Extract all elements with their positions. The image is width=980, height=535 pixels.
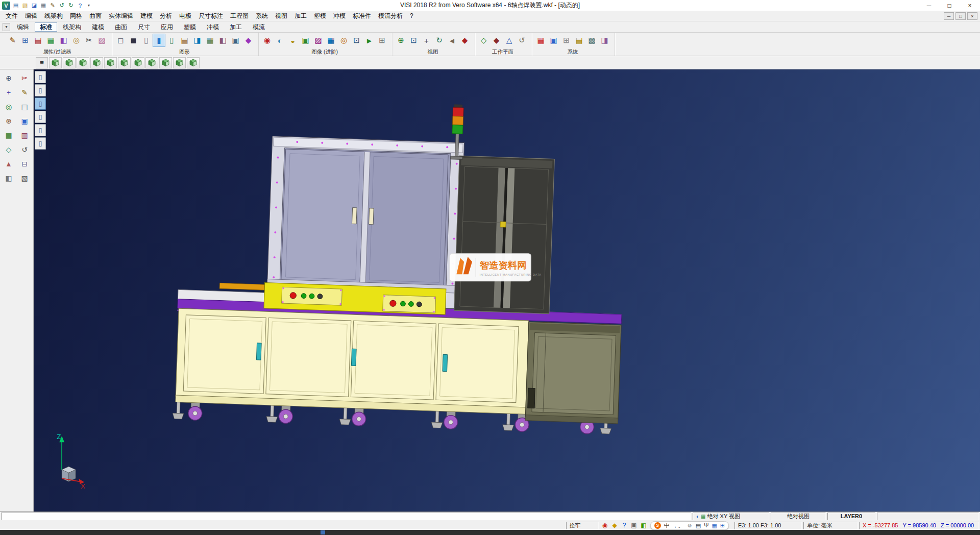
display-list-5-icon[interactable]: ▯ — [35, 124, 46, 136]
filter-color-icon[interactable]: ▤ — [32, 34, 44, 47]
hidden-line-icon[interactable]: ▯ — [140, 34, 153, 47]
environment-icon[interactable]: ◎ — [337, 34, 350, 47]
open-file-icon[interactable]: ▧ — [20, 1, 30, 10]
display-settings-icon[interactable]: ▣ — [547, 34, 560, 47]
undo-tool-icon[interactable]: ↺ — [18, 143, 31, 156]
active-layer-pane[interactable]: LAYER0 — [827, 513, 875, 520]
outline-icon[interactable]: ▣ — [229, 34, 242, 47]
display-list-4-icon[interactable]: ▯ — [35, 111, 46, 123]
material-icon[interactable]: ◆ — [242, 34, 255, 47]
pan-icon[interactable]: + — [420, 34, 433, 47]
minimize-button[interactable]: ─ — [919, 0, 939, 11]
half-tool-icon[interactable]: ◧ — [2, 172, 15, 184]
viewport-canvas[interactable]: ▯▯▯▯▯▯ — [34, 69, 980, 512]
view-iso-back-icon[interactable] — [145, 57, 158, 68]
tab-die[interactable]: 冲模 — [202, 22, 224, 32]
display-list-1-icon[interactable]: ▯ — [35, 71, 46, 83]
print-icon[interactable]: ▦ — [39, 1, 48, 10]
menu-item[interactable]: 视图 — [272, 11, 291, 21]
gear-icon[interactable]: ⊛ — [2, 115, 15, 127]
document-minimize-button[interactable]: ─ — [944, 12, 954, 20]
render-icon[interactable]: ◉ — [261, 34, 274, 47]
view-left-icon[interactable] — [90, 57, 103, 68]
layers-icon[interactable]: ▤ — [18, 101, 31, 113]
view-bottom-icon[interactable] — [118, 57, 131, 68]
menu-item[interactable]: 网格 — [66, 11, 86, 21]
view-dimetric-icon[interactable] — [159, 57, 172, 68]
tab-application[interactable]: 应用 — [156, 22, 178, 32]
color-table-icon[interactable]: ▦ — [534, 34, 547, 47]
view-indicator-pane[interactable]: ◐▦ 绝对 XY 视图 — [693, 513, 769, 520]
tab-surface[interactable]: 曲面 — [110, 22, 132, 32]
rotate-view-icon[interactable]: ↻ — [433, 34, 446, 47]
menu-item[interactable]: 冲模 — [330, 11, 349, 21]
new-file-icon[interactable]: ▤ — [11, 1, 20, 10]
ime-skin-icon[interactable]: ⊞ — [720, 522, 725, 529]
undo-icon[interactable]: ↺ — [57, 1, 66, 10]
view-back-icon[interactable] — [104, 57, 117, 68]
section-icon[interactable]: ▤ — [178, 34, 191, 47]
ime-language-toggle[interactable]: 中 — [664, 522, 670, 529]
ime-mic-icon[interactable]: Ψ — [704, 522, 708, 528]
ime-toolbox-icon[interactable]: ▦ — [712, 522, 717, 529]
database-icon[interactable]: ▤ — [573, 34, 585, 47]
cut-icon[interactable]: ✂ — [18, 72, 31, 84]
workplane-3points-icon[interactable]: △ — [503, 34, 516, 47]
help-icon[interactable]: ? — [76, 1, 85, 10]
menu-item[interactable]: 实体编辑 — [105, 11, 137, 21]
point-icon[interactable]: + — [2, 86, 15, 99]
ime-emoji-icon[interactable]: ☺ — [687, 522, 693, 528]
plot-icon[interactable]: ✎ — [48, 1, 57, 10]
menu-item[interactable]: 系统 — [252, 11, 272, 21]
shadow-icon[interactable]: ◐ — [274, 34, 286, 47]
menu-item[interactable]: 加工 — [291, 11, 310, 21]
dynamic-rotate-icon[interactable]: ◆ — [458, 34, 471, 47]
circle-icon[interactable]: ◎ — [2, 101, 15, 113]
workplane-toggle-icon[interactable]: ◧ — [639, 521, 649, 529]
display-list-3-icon[interactable]: ▯ — [35, 98, 46, 110]
document-restore-button[interactable]: □ — [955, 12, 966, 20]
filter-type-icon[interactable]: ◧ — [57, 34, 70, 47]
document-close-button[interactable]: × — [967, 12, 977, 20]
table-icon[interactable]: ▥ — [18, 129, 31, 141]
collapse-icon[interactable]: ⊟ — [18, 158, 31, 170]
tab-modeling[interactable]: 建模 — [87, 22, 109, 32]
tab-plastic-mould[interactable]: 塑膜 — [179, 22, 201, 32]
erase-icon[interactable]: ▨ — [95, 34, 108, 47]
quick-access-more-icon[interactable]: ▾ — [86, 1, 92, 10]
workplane-standard-icon[interactable]: ◇ — [477, 34, 490, 47]
edge-shade-icon[interactable]: ◧ — [216, 34, 229, 47]
view-custom-icon[interactable] — [187, 57, 200, 68]
menu-item[interactable]: 电极 — [176, 11, 195, 21]
menu-item[interactable]: ? — [406, 11, 417, 21]
view-top-icon[interactable] — [49, 57, 62, 68]
menu-item[interactable]: 分析 — [156, 11, 176, 21]
view-iso-icon[interactable] — [132, 57, 144, 68]
plot-settings-icon[interactable]: ◨ — [598, 34, 611, 47]
grid-settings-icon[interactable]: ▩ — [585, 34, 598, 47]
menu-item[interactable]: 模流分析 — [375, 11, 406, 21]
ime-punctuation-toggle[interactable]: ，。 — [673, 522, 684, 529]
transparent-icon[interactable]: ▯ — [165, 34, 178, 47]
wireframe-icon[interactable]: ◻ — [114, 34, 127, 47]
taskbar-app-chip[interactable] — [321, 530, 325, 534]
ime-keyboard-icon[interactable]: ▤ — [696, 522, 701, 529]
menu-item[interactable]: 塑模 — [310, 11, 330, 21]
triangle-tool-icon[interactable]: ▲ — [2, 158, 15, 170]
snap-toggle-icon[interactable]: ◉ — [600, 521, 610, 529]
zoom-all-icon[interactable]: ⊕ — [395, 34, 407, 47]
close-button[interactable]: × — [960, 0, 980, 11]
camera-icon[interactable]: ▣ — [299, 34, 312, 47]
tab-dropdown-icon[interactable]: ▾ — [3, 23, 10, 31]
redo-icon[interactable]: ↻ — [66, 1, 76, 10]
snapshot-icon[interactable]: ⊡ — [350, 34, 363, 47]
viewport-scene[interactable]: 智造资料网 INTELLIGENT MANUFACTURING DATA Z X — [34, 69, 980, 512]
properties-icon[interactable]: ✎ — [6, 34, 19, 47]
view-mode-pane[interactable]: 绝对视图 — [771, 513, 826, 520]
ambient-icon[interactable]: ◒ — [286, 34, 299, 47]
os-taskbar[interactable] — [0, 530, 980, 535]
assist-toggle-icon[interactable]: ? — [620, 521, 629, 529]
zoom-select-icon[interactable]: ⊕ — [2, 72, 15, 84]
view-front-icon[interactable] — [63, 57, 76, 68]
save-icon[interactable]: ◪ — [30, 1, 39, 10]
